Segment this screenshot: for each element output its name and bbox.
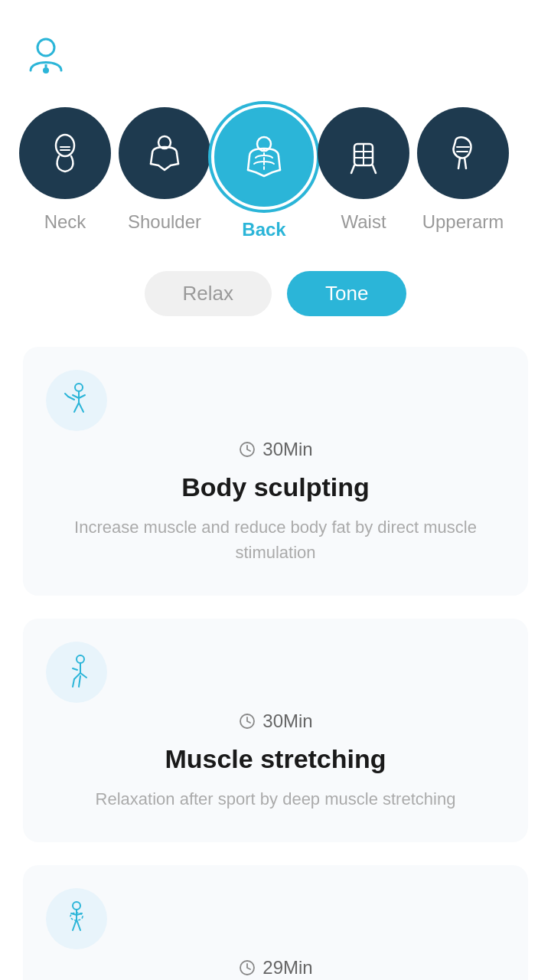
body-part-shoulder[interactable]: Shoulder: [115, 107, 214, 233]
body-sculpting-desc: Increase muscle and reduce body fat by d…: [46, 514, 505, 565]
tone-tab[interactable]: Tone: [287, 271, 406, 316]
svg-point-1: [43, 67, 49, 74]
body-sculpting-duration: 30Min: [262, 439, 312, 460]
card-top-row: [46, 370, 505, 431]
upperarm-label: Upperarm: [422, 211, 504, 233]
svg-point-16: [77, 655, 84, 663]
filter-tabs-container: Relax Tone: [0, 248, 551, 332]
body-sculpting-title: Body sculpting: [181, 472, 370, 502]
card-time-row-3: 29Min: [46, 957, 505, 978]
svg-point-14: [75, 384, 83, 391]
body-part-waist[interactable]: Waist: [314, 107, 413, 233]
svg-point-3: [56, 135, 74, 156]
upperarm-circle: [417, 107, 509, 199]
back-label: Back: [242, 219, 285, 240]
muscle-stretching-desc: Relaxation after sport by deep muscle st…: [96, 786, 456, 812]
waist-circle: [318, 107, 409, 199]
exercise-card-body-sculpting[interactable]: 30Min Body sculpting Increase muscle and…: [23, 347, 528, 596]
relax-tab[interactable]: Relax: [145, 271, 272, 316]
body-sculpting-icon: [46, 370, 107, 431]
muscle-stretching-time: 30Min: [46, 710, 505, 732]
neck-circle: [19, 107, 111, 199]
clock-icon-1: [238, 440, 256, 459]
body-sculpting-time: 30Min: [46, 439, 505, 460]
body-parts-selector: Neck Shoulder: [0, 92, 551, 248]
card-top-row-3: [46, 888, 505, 949]
user-profile-icon[interactable]: [23, 31, 69, 77]
intraperitoneal-icon: [46, 888, 107, 949]
shoulder-label: Shoulder: [128, 211, 201, 233]
back-circle: [214, 107, 314, 207]
svg-point-0: [37, 39, 54, 56]
clock-icon-2: [238, 712, 256, 730]
body-part-back[interactable]: Back: [214, 107, 314, 240]
intraperitoneal-time: 29Min: [46, 957, 505, 978]
muscle-stretching-duration: 30Min: [262, 710, 312, 732]
card-top-row-2: [46, 642, 505, 703]
exercise-card-muscle-stretching[interactable]: 30Min Muscle stretching Relaxation after…: [23, 619, 528, 842]
header: [0, 0, 551, 92]
neck-label: Neck: [44, 211, 86, 233]
clock-icon-3: [238, 959, 256, 977]
muscle-stretching-icon: [46, 642, 107, 703]
intraperitoneal-duration: 29Min: [262, 957, 312, 978]
card-time-row-2: 30Min: [46, 710, 505, 732]
exercise-card-intraperitoneal[interactable]: 29Min Intraperitoneal exercise Increase …: [23, 865, 528, 980]
muscle-stretching-title: Muscle stretching: [165, 744, 386, 774]
shoulder-circle: [119, 107, 210, 199]
body-part-upperarm[interactable]: Upperarm: [413, 107, 513, 233]
body-part-neck[interactable]: Neck: [15, 107, 115, 233]
waist-label: Waist: [341, 211, 386, 233]
exercise-cards-container: 30Min Body sculpting Increase muscle and…: [0, 332, 551, 980]
card-time-row-1: 30Min: [46, 439, 505, 460]
svg-point-18: [73, 902, 80, 910]
